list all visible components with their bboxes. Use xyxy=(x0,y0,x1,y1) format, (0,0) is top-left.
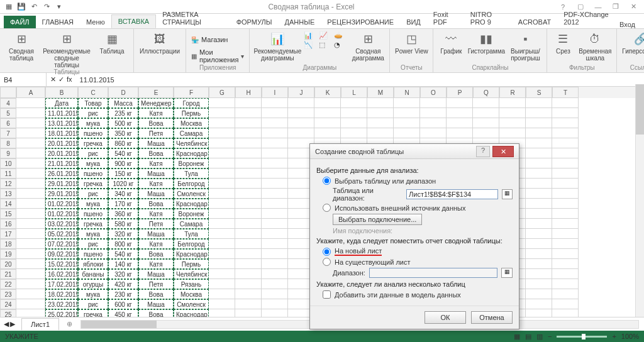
cell[interactable]: Смоленск xyxy=(174,299,209,309)
cell[interactable]: 18.02.2015 xyxy=(45,289,78,299)
column-header[interactable]: J xyxy=(288,87,314,98)
cell[interactable]: 150 кг xyxy=(108,168,138,179)
cell[interactable] xyxy=(526,219,552,229)
rec-pivot-button[interactable]: ⊞Рекомендуемые сводные таблицы xyxy=(42,30,92,69)
cell[interactable]: 580 кг xyxy=(108,219,138,229)
cell[interactable] xyxy=(209,179,235,189)
sheet-next-icon[interactable]: ▶ xyxy=(10,320,15,328)
cell[interactable] xyxy=(209,229,235,239)
cell[interactable] xyxy=(420,98,447,108)
cell[interactable]: 540 кг xyxy=(108,148,138,158)
cell[interactable]: пшено xyxy=(78,128,108,138)
cell[interactable] xyxy=(16,229,45,239)
cell[interactable] xyxy=(526,179,552,189)
cell[interactable]: 03.02.2015 xyxy=(45,219,78,229)
cell[interactable]: Белгород xyxy=(174,239,209,249)
cell[interactable] xyxy=(526,148,552,158)
cell[interactable] xyxy=(209,299,235,309)
enter-fx-icon[interactable]: ✓ xyxy=(58,75,64,84)
cell[interactable]: 420 кг xyxy=(108,279,138,289)
cell[interactable]: Вова xyxy=(138,148,174,158)
column-header[interactable]: B xyxy=(45,87,78,98)
column-header[interactable]: G xyxy=(209,87,235,98)
cell[interactable] xyxy=(16,299,45,309)
cell[interactable] xyxy=(235,299,262,309)
cell[interactable] xyxy=(235,138,262,148)
column-header[interactable]: F xyxy=(174,87,209,98)
cell[interactable] xyxy=(16,108,45,118)
cell[interactable] xyxy=(288,98,314,108)
cell[interactable] xyxy=(499,118,526,128)
cell[interactable]: мука xyxy=(78,158,108,168)
cell[interactable]: 18.01.2015 xyxy=(45,128,78,138)
tab-menu[interactable]: Меню xyxy=(80,16,111,28)
cell[interactable] xyxy=(526,168,552,179)
cell[interactable]: рис xyxy=(78,239,108,249)
row-header[interactable]: 24 xyxy=(0,299,16,309)
cell[interactable] xyxy=(16,199,45,209)
cell[interactable] xyxy=(262,108,288,118)
tab-foxit[interactable]: Foxit PDF xyxy=(427,8,464,28)
cell[interactable]: 20.01.2015 xyxy=(45,148,78,158)
cell[interactable] xyxy=(235,229,262,239)
cell[interactable] xyxy=(552,199,579,209)
column-header[interactable]: C xyxy=(78,87,108,98)
cell[interactable] xyxy=(262,128,288,138)
cell[interactable]: 800 кг xyxy=(108,239,138,249)
cell[interactable]: 26.01.2015 xyxy=(45,168,78,179)
cell[interactable] xyxy=(552,189,579,199)
cell[interactable] xyxy=(16,239,45,249)
cell[interactable] xyxy=(209,98,235,108)
cell[interactable] xyxy=(447,128,473,138)
cell[interactable] xyxy=(209,148,235,158)
cell[interactable] xyxy=(473,128,499,138)
cell[interactable] xyxy=(526,269,552,279)
cell[interactable]: 29.01.2015 xyxy=(45,189,78,199)
row-header[interactable]: 18 xyxy=(0,239,16,249)
column-header[interactable]: T xyxy=(552,87,579,98)
cell[interactable]: Петя xyxy=(138,219,174,229)
cell[interactable] xyxy=(420,118,447,128)
cell[interactable]: яблоки xyxy=(78,259,108,269)
vertical-scrollbar[interactable] xyxy=(635,84,644,317)
cell[interactable]: Москва xyxy=(174,289,209,299)
cell[interactable] xyxy=(314,108,341,118)
cell[interactable]: Краснодар xyxy=(174,199,209,209)
cell[interactable] xyxy=(16,179,45,189)
cell[interactable] xyxy=(262,279,288,289)
row-header[interactable]: 14 xyxy=(0,199,16,209)
cell[interactable]: 01.02.2015 xyxy=(45,209,78,219)
cell[interactable]: Петя xyxy=(138,128,174,138)
column-header[interactable]: H xyxy=(235,87,262,98)
cell[interactable]: Воронеж xyxy=(174,158,209,168)
cell[interactable] xyxy=(16,189,45,199)
sparkline-winloss-button[interactable]: ▪Выигрыш/ проигрыш xyxy=(508,30,543,62)
cell[interactable] xyxy=(235,199,262,209)
cell[interactable] xyxy=(552,259,579,269)
cell[interactable] xyxy=(235,209,262,219)
cell[interactable]: Катя xyxy=(138,108,174,118)
add-sheet-icon[interactable]: ⊕ xyxy=(63,320,75,328)
cell[interactable] xyxy=(394,118,420,128)
cell[interactable] xyxy=(16,148,45,158)
cell[interactable] xyxy=(552,108,579,118)
chart-type-icon[interactable]: 📈 xyxy=(319,31,333,40)
undo-icon[interactable]: ↶ xyxy=(29,2,39,12)
cell[interactable] xyxy=(288,108,314,118)
cell[interactable] xyxy=(235,259,262,269)
column-header[interactable]: P xyxy=(447,87,473,98)
cell[interactable]: 170 кг xyxy=(108,199,138,209)
cell[interactable] xyxy=(526,199,552,209)
cell[interactable]: Самара xyxy=(174,219,209,229)
sheet-tab[interactable]: Лист1 xyxy=(21,318,59,330)
tab-layout[interactable]: РАЗМЕТКА СТРАНИЦЫ xyxy=(156,8,230,28)
sheet-prev-icon[interactable]: ◀ xyxy=(4,320,9,328)
column-header[interactable]: D xyxy=(108,87,138,98)
cell[interactable] xyxy=(552,98,579,108)
cell[interactable]: Маша xyxy=(138,269,174,279)
cell[interactable] xyxy=(209,118,235,128)
cell[interactable] xyxy=(552,219,579,229)
cell[interactable] xyxy=(262,118,288,128)
cell[interactable]: 29.01.2015 xyxy=(45,179,78,189)
cell[interactable] xyxy=(473,98,499,108)
